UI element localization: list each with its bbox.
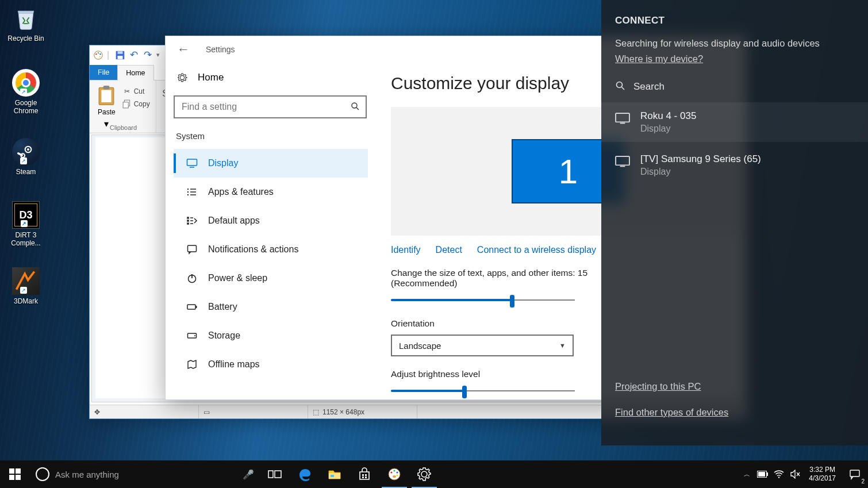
default-apps-icon: [186, 215, 198, 226]
svg-rect-15: [123, 102, 128, 108]
projecting-link[interactable]: Projecting to this PC: [615, 381, 728, 392]
taskbar-app-explorer[interactable]: [320, 460, 349, 488]
connect-panel: CONNECT Searching for wireless display a…: [601, 0, 868, 445]
nav-item-apps[interactable]: Apps & features: [174, 178, 368, 206]
nav-item-notifications[interactable]: Notifications & actions: [174, 235, 368, 264]
tray-battery-icon[interactable]: [755, 460, 771, 488]
svg-point-5: [98, 52, 99, 53]
connect-wireless-link[interactable]: Connect to a wireless display: [477, 245, 596, 255]
svg-rect-27: [187, 191, 189, 193]
window-title: Settings: [206, 45, 235, 54]
tray-volume-icon[interactable]: [787, 460, 803, 488]
svg-rect-55: [365, 477, 367, 478]
ribbon-tab-file[interactable]: File: [90, 65, 117, 80]
display-device-icon: [615, 156, 630, 167]
svg-point-61: [396, 474, 398, 476]
svg-rect-51: [331, 475, 334, 477]
nav-item-power[interactable]: Power & sleep: [174, 264, 368, 293]
device-type: Display: [640, 167, 761, 177]
desktop-icon-label: Recycle Bin: [3, 34, 49, 43]
shortcut-arrow-icon: ↗: [20, 157, 27, 164]
desktop-icon-label: Steam: [3, 168, 49, 176]
desktop-icon-recycle-bin[interactable]: Recycle Bin: [3, 5, 49, 43]
edge-icon: [297, 467, 312, 482]
find-other-devices-link[interactable]: Find other types of devices: [615, 407, 728, 418]
nav-section-label: System: [176, 131, 368, 141]
battery-icon: [186, 301, 198, 313]
taskbar-app-edge[interactable]: [290, 460, 320, 488]
desktop-icon-3dmark[interactable]: ↗ 3DMark: [3, 267, 49, 305]
notification-icon: [186, 244, 198, 255]
orientation-dropdown[interactable]: Landscape ▼: [391, 335, 574, 356]
device-name: Roku 4 - 035: [640, 110, 696, 122]
microphone-icon[interactable]: 🎤: [243, 469, 254, 480]
svg-rect-29: [187, 217, 189, 218]
desktop-icon-chrome[interactable]: ↗ GoogleChrome: [3, 69, 49, 116]
svg-rect-63: [758, 472, 765, 477]
task-view-button[interactable]: [260, 460, 290, 488]
device-item[interactable]: [TV] Samsung 9 Series (65) Display: [615, 145, 854, 185]
svg-point-65: [778, 477, 779, 478]
device-item[interactable]: Roku 4 - 035 Display: [601, 102, 868, 142]
nav-item-display[interactable]: Display: [174, 149, 368, 178]
cortana-icon: [36, 467, 49, 481]
tray-wifi-icon[interactable]: [771, 460, 787, 488]
action-center-button[interactable]: 2: [842, 460, 868, 488]
nav-item-default-apps[interactable]: Default apps: [174, 206, 368, 235]
detect-link[interactable]: Detect: [436, 245, 462, 255]
crosshair-icon: ✥: [94, 408, 100, 416]
scale-slider[interactable]: [391, 294, 575, 306]
tray-clock[interactable]: 3:32 PM 4/3/2017: [803, 466, 842, 483]
power-icon: [186, 272, 198, 284]
cut-button[interactable]: ✂Cut: [122, 85, 150, 98]
shortcut-arrow-icon: ↗: [21, 220, 28, 227]
search-icon: [615, 80, 625, 94]
map-icon: [186, 359, 198, 370]
nav-item-battery[interactable]: Battery: [174, 293, 368, 321]
qat-save-icon[interactable]: [115, 50, 125, 60]
display-device-icon: [615, 113, 630, 124]
chevron-down-icon: ▼: [559, 342, 566, 349]
where-is-my-device-link[interactable]: Where is my device?: [615, 53, 703, 64]
svg-rect-35: [188, 245, 197, 252]
svg-line-17: [356, 107, 359, 110]
svg-rect-33: [187, 223, 189, 224]
desktop-icon-steam[interactable]: ↗ Steam: [3, 138, 49, 176]
desktop-icon-dirt3[interactable]: D3 ↗ DiRT 3Comple...: [3, 201, 49, 248]
connect-search[interactable]: Search: [615, 75, 854, 99]
nav-item-storage[interactable]: Storage: [174, 321, 368, 350]
svg-rect-10: [118, 56, 123, 59]
settings-search[interactable]: [174, 95, 367, 118]
svg-point-57: [393, 475, 396, 478]
qat-undo-icon[interactable]: ↶: [129, 50, 139, 60]
brightness-slider[interactable]: [391, 385, 575, 397]
ribbon-tab-home[interactable]: Home: [117, 65, 153, 80]
connect-status: Searching for wireless display and audio…: [615, 38, 854, 49]
svg-rect-52: [362, 474, 364, 476]
start-button[interactable]: [0, 460, 30, 488]
action-center-badge: 2: [861, 478, 865, 485]
back-button[interactable]: ←: [177, 42, 190, 57]
dirt3-icon: D3 ↗: [12, 201, 40, 229]
search-icon: [351, 102, 360, 113]
svg-rect-68: [850, 470, 859, 477]
gear-icon: [177, 72, 187, 83]
taskbar-app-paint[interactable]: [379, 460, 409, 488]
copy-button[interactable]: Copy: [122, 98, 150, 110]
storage-icon: [186, 330, 198, 341]
svg-rect-13: [103, 86, 110, 89]
svg-rect-28: [187, 194, 189, 195]
taskbar-app-store[interactable]: [349, 460, 379, 488]
nav-home[interactable]: Home: [174, 62, 368, 93]
svg-point-4: [95, 53, 97, 55]
identify-link[interactable]: Identify: [391, 245, 421, 255]
taskbar-app-settings[interactable]: [409, 460, 439, 488]
settings-search-input[interactable]: [182, 102, 351, 112]
tray-overflow-button[interactable]: ︿: [739, 460, 755, 488]
status-cursor-pos: ✥: [90, 405, 199, 418]
qat-customize-icon[interactable]: ▾: [156, 51, 160, 59]
qat-redo-icon[interactable]: ↷: [143, 50, 153, 60]
nav-item-offline-maps[interactable]: Offline maps: [174, 350, 368, 379]
cortana-placeholder: Ask me anything: [55, 470, 119, 479]
cortana-search[interactable]: Ask me anything 🎤: [30, 460, 260, 488]
